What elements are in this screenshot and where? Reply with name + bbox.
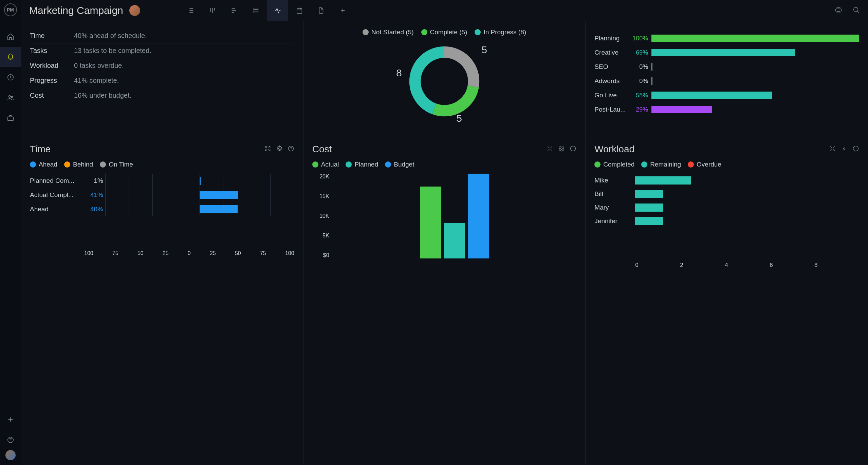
tab-dashboard[interactable] (267, 0, 288, 21)
sidebar-item-home[interactable] (0, 26, 21, 47)
project-owner-avatar[interactable] (129, 5, 140, 16)
progress-pct: 0% (628, 63, 648, 71)
progress-row[interactable]: Go Live58% (594, 88, 859, 102)
settings-button[interactable] (276, 145, 283, 153)
summary-value: 0 tasks overdue. (74, 62, 124, 70)
progress-bar (651, 35, 859, 42)
legend-label: In Progress (8) (483, 28, 526, 36)
legend-dot (363, 29, 369, 35)
axis-tick: 5K (312, 233, 329, 239)
workload-row: Jennifer (594, 214, 859, 228)
briefcase-icon (7, 114, 14, 122)
progress-track (651, 49, 859, 56)
legend-dot (475, 29, 481, 35)
print-button[interactable] (835, 6, 842, 15)
sheet-icon (252, 7, 260, 14)
app-logo[interactable]: PM (4, 3, 17, 16)
legend-item[interactable]: Not Started (5) (363, 28, 414, 36)
workload-bar (635, 204, 663, 212)
legend-item[interactable]: Completed (594, 161, 634, 168)
tab-calendar[interactable] (289, 0, 310, 21)
summary-label: Cost (30, 92, 74, 99)
sidebar-item-team[interactable] (0, 88, 21, 108)
legend-item[interactable]: Remaining (641, 161, 681, 168)
legend-item[interactable]: Behind (64, 161, 93, 168)
sidebar-item-add[interactable] (0, 409, 21, 430)
tab-list[interactable] (180, 0, 201, 21)
workload-name: Bill (594, 190, 635, 198)
time-label: Ahead (30, 206, 84, 213)
tab-board[interactable] (202, 0, 223, 21)
tab-gantt[interactable] (224, 0, 245, 21)
progress-pct: 0% (628, 78, 648, 85)
svg-point-2 (11, 96, 13, 98)
tab-add-view[interactable] (332, 0, 353, 21)
progress-card: Planning100%Creative69%SEO0%Adwords0%Go … (586, 21, 868, 136)
progress-row[interactable]: SEO0% (594, 60, 859, 74)
legend-item[interactable]: In Progress (8) (475, 28, 526, 36)
time-bar (200, 177, 201, 185)
workload-name: Mary (594, 204, 635, 211)
legend-item[interactable]: On Time (100, 161, 133, 168)
summary-value: 13 tasks to be completed. (74, 47, 151, 55)
expand-icon (264, 145, 271, 152)
time-row: Ahead40% (30, 202, 294, 216)
user-avatar[interactable] (5, 450, 16, 460)
time-label: Planned Com... (30, 177, 84, 185)
legend-dot (30, 161, 36, 168)
legend-item[interactable]: Ahead (30, 161, 57, 168)
progress-row[interactable]: Creative69% (594, 45, 859, 60)
legend-item[interactable]: Budget (385, 161, 414, 168)
progress-pct: 100% (628, 35, 648, 42)
donut-value-not-started: 5 (481, 44, 487, 56)
svg-point-15 (844, 148, 845, 150)
sidebar-item-notifications[interactable] (0, 47, 21, 67)
time-row: Actual Compl...41% (30, 188, 294, 202)
legend-dot (64, 161, 70, 168)
axis-tick: 50 (137, 250, 144, 256)
tab-files[interactable] (311, 0, 332, 21)
help-icon (852, 145, 859, 152)
summary-row: Workload0 tasks overdue. (30, 58, 294, 73)
tab-sheet[interactable] (245, 0, 266, 21)
help-button[interactable] (570, 145, 576, 153)
gear-icon (276, 145, 283, 152)
progress-row[interactable]: Post-Lau...29% (594, 102, 859, 117)
help-button[interactable] (288, 145, 294, 153)
axis-tick: 2 (680, 262, 725, 269)
legend-item[interactable]: Planned (346, 161, 378, 168)
axis-tick: 4 (725, 262, 770, 269)
svg-rect-3 (7, 117, 13, 120)
time-card: Time AheadBehindOn Time Planned Com...1%… (21, 136, 303, 465)
legend-item[interactable]: Complete (5) (421, 28, 467, 36)
legend-dot (312, 161, 318, 168)
summary-card: Time40% ahead of schedule.Tasks13 tasks … (21, 21, 303, 136)
expand-button[interactable] (829, 145, 836, 153)
sidebar-item-portfolio[interactable] (0, 108, 21, 128)
expand-button[interactable] (264, 145, 271, 153)
summary-row: Tasks13 tasks to be completed. (30, 43, 294, 58)
summary-row: Progress41% complete. (30, 73, 294, 88)
progress-bar (651, 92, 772, 99)
legend-item[interactable]: Overdue (688, 161, 721, 168)
progress-row[interactable]: Planning100% (594, 31, 859, 45)
sidebar-item-help[interactable] (0, 430, 21, 450)
legend-dot (385, 161, 391, 168)
cost-chart: 20K15K10K5K$0 (312, 174, 577, 269)
summary-value: 40% ahead of schedule. (74, 32, 147, 40)
bell-icon (7, 53, 14, 61)
sidebar-item-recent[interactable] (0, 67, 21, 88)
workload-card: Workload CompletedRemainingOverdue MikeB… (586, 136, 868, 465)
settings-button[interactable] (841, 145, 848, 153)
expand-button[interactable] (547, 145, 553, 153)
settings-button[interactable] (558, 145, 565, 153)
plus-icon (339, 7, 347, 14)
help-button[interactable] (852, 145, 859, 153)
legend-item[interactable]: Actual (312, 161, 339, 168)
axis-tick: 75 (260, 250, 266, 256)
progress-track (651, 106, 859, 113)
workload-name: Mike (594, 177, 635, 184)
search-button[interactable] (852, 6, 860, 15)
cost-bar-actual (420, 187, 441, 259)
progress-row[interactable]: Adwords0% (594, 74, 859, 88)
